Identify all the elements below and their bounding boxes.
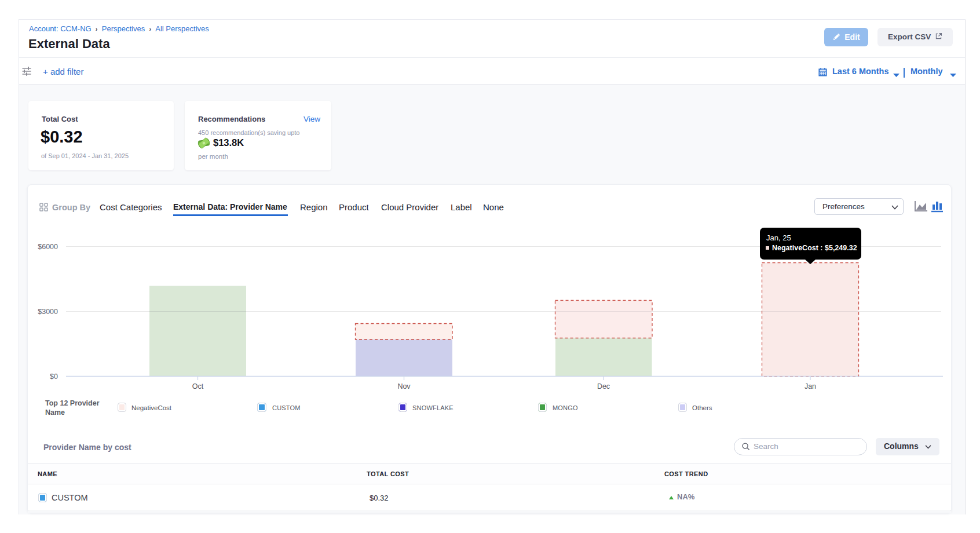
svg-text:$6000: $6000 — [38, 243, 58, 251]
svg-text:Nov: Nov — [397, 382, 411, 390]
svg-text:Oct: Oct — [192, 382, 204, 390]
svg-text:$3000: $3000 — [38, 308, 58, 316]
svg-text:$0: $0 — [50, 373, 58, 381]
svg-text:Dec: Dec — [597, 382, 610, 390]
svg-text:Jan: Jan — [805, 382, 816, 390]
